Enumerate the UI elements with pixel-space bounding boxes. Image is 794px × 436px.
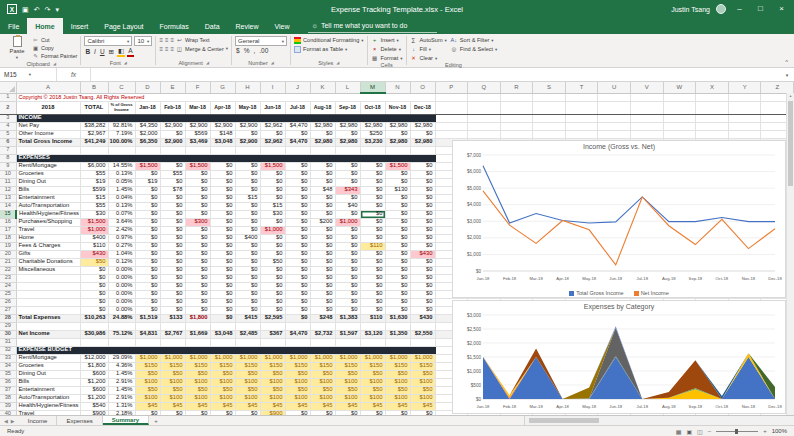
category-label-cell[interactable]: Total Expenses xyxy=(16,314,80,322)
section-header-cell[interactable]: INCOME xyxy=(16,114,435,122)
percent-value-cell[interactable]: 0.07% xyxy=(108,210,135,218)
ribbon-tab-file[interactable]: File xyxy=(0,18,27,34)
month-value-cell[interactable]: $150 xyxy=(385,362,410,370)
category-label-cell[interactable]: Dining Out xyxy=(16,370,80,378)
month-value-cell[interactable]: $0 xyxy=(135,194,160,202)
month-value-cell[interactable]: $0 xyxy=(285,274,310,282)
month-value-cell[interactable]: $0 xyxy=(285,162,310,170)
month-value-cell[interactable]: $150 xyxy=(160,362,185,370)
month-value-cell[interactable]: $0 xyxy=(210,250,235,258)
cell[interactable] xyxy=(663,93,696,101)
month-value-cell[interactable]: $0 xyxy=(210,234,235,242)
month-value-cell[interactable]: $343 xyxy=(335,186,360,194)
cell[interactable] xyxy=(80,322,108,330)
category-label-cell[interactable]: Entertainment xyxy=(16,194,80,202)
section-header-cell[interactable]: EXPENSES xyxy=(16,154,435,162)
cell[interactable] xyxy=(728,93,761,101)
cell[interactable] xyxy=(696,122,729,130)
month-value-cell[interactable]: $0 xyxy=(185,250,210,258)
month-value-cell[interactable]: $200 xyxy=(310,218,335,226)
month-value-cell[interactable]: $1,597 xyxy=(335,330,360,338)
column-header-T[interactable]: T xyxy=(565,82,598,93)
collapse-ribbon-icon[interactable]: ^ xyxy=(785,59,794,67)
cell[interactable] xyxy=(108,338,135,346)
month-value-cell[interactable]: $0 xyxy=(310,202,335,210)
percent-value-cell[interactable]: 0.00% xyxy=(108,306,135,314)
month-value-cell[interactable]: $0 xyxy=(385,234,410,242)
row-header-24[interactable]: 24 xyxy=(0,282,16,290)
zoom-slider[interactable] xyxy=(716,431,758,432)
cell[interactable] xyxy=(435,101,468,114)
cell[interactable] xyxy=(468,130,501,138)
align-top-icon[interactable]: ≡ xyxy=(159,37,163,43)
month-value-cell[interactable]: $0 xyxy=(210,314,235,322)
cell[interactable] xyxy=(410,322,435,330)
category-label-cell[interactable] xyxy=(16,298,80,306)
month-value-cell[interactable]: $150 xyxy=(285,362,310,370)
month-value-cell[interactable]: $50 xyxy=(235,386,260,394)
month-value-cell[interactable]: $0 xyxy=(310,282,335,290)
cell[interactable] xyxy=(260,338,285,346)
find-select-button[interactable]: ◎Find & Select▾ xyxy=(450,45,498,53)
month-value-cell[interactable]: $0 xyxy=(185,226,210,234)
month-value-cell[interactable]: $0 xyxy=(185,186,210,194)
month-value-cell[interactable]: $2,962 xyxy=(260,138,285,146)
percent-value-cell[interactable]: 0.13% xyxy=(108,170,135,178)
vertical-scrollbar[interactable]: ▴ xyxy=(786,93,794,415)
column-header-Q[interactable]: Q xyxy=(468,82,501,93)
month-value-cell[interactable]: $4,470 xyxy=(285,122,310,130)
column-header-L[interactable]: L xyxy=(335,82,360,93)
month-value-cell[interactable]: $0 xyxy=(260,178,285,186)
underline-button[interactable]: U xyxy=(99,49,106,56)
category-label-cell[interactable]: Travel xyxy=(16,226,80,234)
month-value-cell[interactable]: $50 xyxy=(210,386,235,394)
month-value-cell[interactable]: $2,000 xyxy=(135,130,160,138)
month-value-cell[interactable]: $2,900 xyxy=(235,138,260,146)
category-label-cell[interactable] xyxy=(16,274,80,282)
tell-me-box[interactable]: ☼ Tell me what you want to do xyxy=(308,20,438,33)
cell[interactable] xyxy=(500,122,533,130)
month-value-cell[interactable]: $0 xyxy=(235,226,260,234)
month-value-cell[interactable]: $0 xyxy=(160,242,185,250)
month-value-cell[interactable]: $0 xyxy=(360,266,385,274)
month-value-cell[interactable]: $0 xyxy=(135,242,160,250)
month-value-cell[interactable]: $2,980 xyxy=(385,138,410,146)
month-value-cell[interactable]: $150 xyxy=(185,362,210,370)
month-value-cell[interactable]: $2,980 xyxy=(410,138,435,146)
row-header-12[interactable]: 12 xyxy=(0,186,16,194)
row-header-14[interactable]: 14 xyxy=(0,202,16,210)
page-layout-view-icon[interactable]: ▣ xyxy=(686,428,692,435)
cell[interactable] xyxy=(663,114,696,122)
month-value-cell[interactable]: $0 xyxy=(285,130,310,138)
cell[interactable] xyxy=(108,322,135,330)
cell[interactable] xyxy=(260,146,285,154)
chart-income-gross-vs-net[interactable]: Income (Gross vs. Net) $0$1,000$2,000$3,… xyxy=(452,140,786,298)
month-value-cell[interactable]: $0 xyxy=(210,290,235,298)
category-label-cell[interactable]: Net Income xyxy=(16,330,80,338)
cell[interactable] xyxy=(285,338,310,346)
month-value-cell[interactable]: $0 xyxy=(360,306,385,314)
total-value-cell[interactable]: $30 xyxy=(80,210,108,218)
month-value-cell[interactable]: $0 xyxy=(410,210,435,218)
cell[interactable] xyxy=(565,101,598,114)
conditional-formatting-button[interactable]: Conditional Formatting▾ xyxy=(294,36,364,44)
row-header-23[interactable]: 23 xyxy=(0,274,16,282)
month-value-cell[interactable]: $0 xyxy=(160,194,185,202)
month-value-cell[interactable]: $100 xyxy=(360,394,385,402)
month-value-cell[interactable]: $0 xyxy=(335,194,360,202)
month-value-cell[interactable]: $0 xyxy=(235,298,260,306)
percent-value-cell[interactable]: 100.00% xyxy=(108,138,135,146)
month-value-cell[interactable]: $100 xyxy=(210,378,235,386)
month-header-Aug-18[interactable]: Aug-18 xyxy=(310,101,335,114)
month-value-cell[interactable]: $0 xyxy=(385,242,410,250)
month-value-cell[interactable]: $0 xyxy=(260,186,285,194)
row-header-31[interactable]: 31 xyxy=(0,338,16,346)
category-label-cell[interactable]: Rent/Mortgage xyxy=(16,354,80,362)
month-value-cell[interactable]: $133 xyxy=(160,314,185,322)
copyright-cell[interactable]: Copyright © 2018 Justin Tsang. All Right… xyxy=(16,93,435,101)
month-value-cell[interactable]: $0 xyxy=(385,130,410,138)
month-value-cell[interactable]: $0 xyxy=(135,298,160,306)
percent-value-cell[interactable]: 1.45% xyxy=(108,186,135,194)
month-value-cell[interactable]: $0 xyxy=(335,258,360,266)
cell[interactable] xyxy=(235,338,260,346)
